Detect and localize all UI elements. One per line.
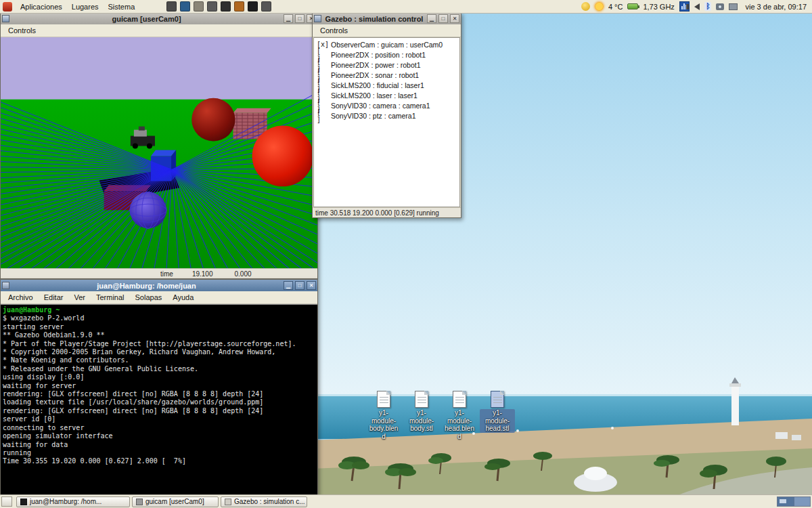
terminal-line: Time 30.355 19.020 0.000 [0.627] 2.000 [… [3,457,315,465]
screenshot-launcher-icon[interactable] [166,1,177,12]
media-player-launcher-icon[interactable] [221,1,231,12]
desktop-icon[interactable]: y1-module-body.blend [366,391,401,440]
time-label: time [160,270,173,278]
cpu-frequency[interactable]: 1,73 GHz [643,3,674,11]
terminal-line: opening simulator interface [3,432,315,440]
weather-temp[interactable]: 4 °C [608,3,623,11]
minimize-button[interactable]: ▁ [427,14,436,23]
desktop-icon[interactable]: y1-module-head.stl [480,391,515,440]
terminal-menu[interactable]: Archivo [3,292,39,303]
clock[interactable]: vie 3 de abr, 09:17 [742,3,809,11]
panel-menu[interactable]: Lugares [67,1,104,12]
terminal-launcher-icon[interactable] [248,1,258,12]
interface-checkbox-row[interactable]: [ ] SickLMS200 : laser : laser1 [314,90,459,100]
window-menu-icon[interactable] [314,15,321,22]
controls-menu[interactable]: Controls [315,25,353,36]
task-button-list: juan@Hamburg: /hom...guicam [userCam0]Ga… [16,496,307,507]
panel-launchers [166,1,271,12]
panel-menu[interactable]: Sistema [104,1,140,12]
terminal-line: connecting to server [3,424,315,432]
desktop-icon[interactable]: y1-module-head.blend [442,391,477,440]
terminal-menu[interactable]: Ver [68,292,91,303]
guicam-window: guicam [userCam0] ▁ □ ✕ Controls [0,12,318,279]
weather-sun-icon[interactable] [595,2,604,11]
terminal-line: starting server [3,323,315,331]
camera-icon[interactable] [716,3,724,10]
task-button[interactable]: Gazebo : simulation c... [221,496,307,507]
interface-checkbox-row[interactable]: [ ] Pioneer2DX : power : robot1 [314,60,459,70]
network-icon[interactable] [729,3,738,10]
terminal-line: $ wxgazebo P-2.world [3,314,315,322]
sim-status-text: time 30.518 19.200 0.000 [0.629] running [315,209,439,217]
panel-menu[interactable]: Aplicaciones [16,1,67,12]
terminal-menu[interactable]: Terminal [91,292,130,303]
desktop-icon[interactable]: y1-module-body.stl [404,391,439,440]
interface-label: SonyVID30 : camera : camera1 [331,102,430,110]
terminal-menubar: ArchivoEditarVerTerminalSolapasAyuda [1,291,317,304]
guicam-titlebar[interactable]: guicam [userCam0] ▁ □ ✕ [1,13,317,24]
interface-checkbox-row[interactable]: [ ] Pioneer2DX : sonar : robot1 [314,70,459,80]
browser-launcher-icon[interactable] [180,1,190,12]
task-button[interactable]: guicam [userCam0] [132,496,219,507]
minimize-button[interactable]: ▁ [284,281,293,290]
mail-launcher-icon[interactable] [194,1,204,12]
window-menu-icon[interactable] [2,282,9,289]
task-button-label: Gazebo : simulation c... [234,498,305,505]
interface-label: Pioneer2DX : sonar : robot1 [331,71,419,79]
interface-label: SickLMS200 : laser : laser1 [331,91,418,100]
terminal-line: * Copyright 2000-2005 Brian Gerkey, Rich… [3,348,315,356]
file-icon [453,391,466,408]
bluetooth-icon[interactable]: ᛒ [704,2,712,11]
simcontrol-titlebar[interactable]: Gazebo : simulation control ▁ □ ✕ [313,13,461,24]
interface-label: SickLMS200 : fiducial : laser1 [331,81,424,89]
task-button[interactable]: juan@Hamburg: /hom... [16,496,130,507]
interface-checkbox-row[interactable]: [ ] Pioneer2DX : position : robot1 [314,49,459,60]
terminal-menu[interactable]: Solapas [130,292,168,303]
interface-list: [x] ObserverCam : guicam : userCam0 [ ] … [313,37,460,207]
terminal-output[interactable]: juan@Hamburg ~$ wxgazebo P-2.worldstarti… [1,304,317,496]
update-notifier-icon[interactable] [581,2,590,11]
interface-checkbox-row[interactable]: [x] ObserverCam : guicam : userCam0 [314,39,459,49]
distro-menu-icon[interactable] [3,2,12,12]
terminal-line: ** Gazebo Odebian1.9.0 ** [3,331,315,339]
maximize-button[interactable]: □ [295,14,304,23]
workspace-1[interactable] [777,497,794,506]
show-desktop-button[interactable] [1,496,12,507]
interface-label: Pioneer2DX : position : robot1 [331,51,426,59]
guicam-statusbar: time 19.100 0.000 [1,268,317,278]
window-menu-icon[interactable] [2,15,9,22]
scene-sky [1,37,317,100]
terminal-menu[interactable]: Ayuda [167,292,199,303]
close-button[interactable]: ✕ [450,14,459,23]
interface-label: ObserverCam : guicam : userCam0 [331,41,443,49]
interface-checkbox-row[interactable]: [ ] SickLMS200 : fiducial : laser1 [314,80,459,90]
camera-viewport[interactable] [1,37,317,268]
terminal-titlebar[interactable]: juan@Hamburg: /home/juan ▁ □ ✕ [1,280,317,291]
guicam-menubar: Controls [1,24,317,37]
terminal-window: juan@Hamburg: /home/juan ▁ □ ✕ ArchivoEd… [0,279,318,496]
terminal-line: rendering: [GLX offscreen] direct [no] R… [3,407,315,415]
taskbar: juan@Hamburg: /hom...guicam [userCam0]Ga… [0,494,812,508]
battery-icon[interactable] [627,3,638,9]
lighthouse [731,386,739,425]
workspace-switcher[interactable] [777,496,811,507]
top-panel: AplicacionesLugaresSistema 4 °C 1,73 GHz… [0,0,812,14]
close-button[interactable]: ✕ [307,281,316,290]
interface-checkbox-row[interactable]: [ ] SonyVID30 : camera : camera1 [314,100,459,110]
checkbox[interactable]: [ ] [317,108,328,123]
gazebo-launcher-icon[interactable] [261,1,271,12]
blender-launcher-icon[interactable] [234,1,244,12]
controls-menu[interactable]: Controls [3,25,41,36]
workspace-2[interactable] [794,497,810,506]
interface-checkbox-row[interactable]: [ ] SonyVID30 : ptz : camera1 [314,110,459,121]
volume-icon[interactable] [694,3,700,10]
maximize-button[interactable]: □ [295,281,304,290]
simcontrol-statusbar: time 30.518 19.200 0.000 [0.629] running [313,207,461,217]
editor-launcher-icon[interactable] [207,1,217,12]
task-button-label: guicam [userCam0] [145,498,204,505]
task-window-icon [20,499,27,505]
maximize-button[interactable]: □ [438,14,448,23]
minimize-button[interactable]: ▁ [284,14,293,23]
terminal-menu[interactable]: Editar [39,292,69,303]
desktop-icon-grid: y1-module-body.blend y1-module-body.stl … [366,391,515,440]
